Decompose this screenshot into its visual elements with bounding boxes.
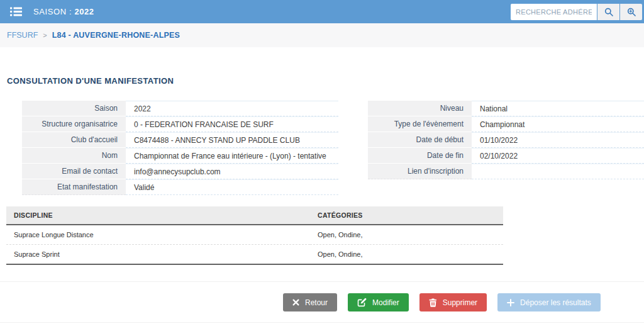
edit-pencil-icon xyxy=(357,298,367,307)
delete-button[interactable]: Supprimer xyxy=(419,293,487,311)
breadcrumb-root-link[interactable]: FFSURF xyxy=(7,31,38,40)
x-icon xyxy=(292,299,299,306)
field-label-nom: Nom xyxy=(22,148,126,164)
breadcrumb-separator: > xyxy=(43,31,47,39)
field-label-date-fin: Date de fin xyxy=(368,148,472,164)
edit-button-label: Modifier xyxy=(372,298,399,307)
discipline-categories: Open, Ondine, xyxy=(310,225,503,245)
field-label-saison: Saison xyxy=(22,101,126,116)
field-value-etat-manifestation: Validé xyxy=(126,179,338,195)
menu-button[interactable] xyxy=(8,4,25,19)
detail-row: Saison 2022 xyxy=(22,101,338,116)
field-label-email-contact: Email de contact xyxy=(22,164,126,179)
discipline-categories: Open, Ondine, xyxy=(310,245,503,265)
discipline-name: Suprace Longue Distance xyxy=(6,225,310,245)
detail-row: Type de l'évènement Championnat xyxy=(368,116,644,132)
action-bar: Retour Modifier Supprimer Déposer les ré… xyxy=(0,282,644,323)
field-label-type-evenement: Type de l'évènement xyxy=(368,116,472,132)
field-label-structure-organisatrice: Structure organisatrice xyxy=(22,116,126,132)
member-search-input[interactable] xyxy=(511,4,597,20)
top-bar: SAISON : 2022 xyxy=(0,0,644,23)
advanced-search-button[interactable] xyxy=(620,4,642,20)
detail-row: Etat manifestation Validé xyxy=(22,179,338,195)
season-label: SAISON : xyxy=(33,7,72,16)
field-value-nom: Championnat de France eau intérieure - (… xyxy=(126,148,338,164)
event-details-right-table: Niveau National Type de l'évènement Cham… xyxy=(368,101,644,179)
detail-row: Date de début 01/10/2022 xyxy=(368,132,644,148)
disciplines-table: DISCIPLINE CATÉGORIES Suprace Longue Dis… xyxy=(6,206,503,265)
detail-row: Email de contact info@annecysupclub.com xyxy=(22,164,338,179)
column-header-discipline: DISCIPLINE xyxy=(6,206,310,225)
detail-row: Lien d'inscription xyxy=(368,164,644,179)
detail-row: Structure organisatrice 0 - FEDERATION F… xyxy=(22,116,338,132)
table-row: Suprace Sprint Open, Ondine, xyxy=(6,245,503,265)
breadcrumb-current-link[interactable]: L84 - AUVERGNE-RHONE-ALPES xyxy=(52,31,180,40)
field-label-lien-inscription: Lien d'inscription xyxy=(368,164,472,179)
event-details: Saison 2022 Structure organisatrice 0 - … xyxy=(0,101,644,195)
field-value-email-contact: info@annecysupclub.com xyxy=(126,164,338,179)
season-indicator: SAISON : 2022 xyxy=(33,7,94,16)
deposit-results-button[interactable]: Déposer les résultats xyxy=(497,293,601,311)
field-value-saison: 2022 xyxy=(126,101,338,116)
edit-button[interactable]: Modifier xyxy=(348,293,409,311)
season-value: 2022 xyxy=(74,7,94,16)
field-label-etat-manifestation: Etat manifestation xyxy=(22,179,126,195)
search-button[interactable] xyxy=(597,4,619,20)
list-menu-icon xyxy=(10,7,22,16)
field-value-club-accueil: C8474488 - ANNECY STAND UP PADDLE CLUB xyxy=(126,132,338,148)
detail-row: Niveau National xyxy=(368,101,644,116)
column-header-categories: CATÉGORIES xyxy=(310,206,503,225)
search-icon xyxy=(604,8,613,16)
deposit-results-button-label: Déposer les résultats xyxy=(520,298,591,307)
field-value-niveau: National xyxy=(472,101,644,116)
breadcrumb: FFSURF > L84 - AUVERGNE-RHONE-ALPES xyxy=(0,23,644,47)
event-details-left-table: Saison 2022 Structure organisatrice 0 - … xyxy=(22,101,338,195)
delete-button-label: Supprimer xyxy=(443,298,477,307)
plus-icon xyxy=(507,299,514,306)
discipline-name: Suprace Sprint xyxy=(6,245,310,265)
field-value-type-evenement: Championnat xyxy=(472,116,644,132)
detail-row: Date de fin 02/10/2022 xyxy=(368,148,644,164)
field-label-club-accueil: Club d'accueil xyxy=(22,132,126,148)
disciplines-header-row: DISCIPLINE CATÉGORIES xyxy=(6,206,503,225)
member-search-group xyxy=(511,4,642,20)
back-button[interactable]: Retour xyxy=(283,293,337,311)
field-value-lien-inscription xyxy=(472,164,644,179)
field-label-date-debut: Date de début xyxy=(368,132,472,148)
trash-icon xyxy=(429,298,437,307)
page-title: CONSULTATION D'UNE MANIFESTATION xyxy=(7,76,644,86)
table-row: Suprace Longue Distance Open, Ondine, xyxy=(6,225,503,245)
field-value-structure-organisatrice: 0 - FEDERATION FRANCAISE DE SURF xyxy=(126,116,338,132)
search-plus-icon xyxy=(627,8,636,16)
detail-row: Club d'accueil C8474488 - ANNECY STAND U… xyxy=(22,132,338,148)
field-value-date-debut: 01/10/2022 xyxy=(472,132,644,148)
field-label-niveau: Niveau xyxy=(368,101,472,116)
back-button-label: Retour xyxy=(305,298,328,307)
field-value-date-fin: 02/10/2022 xyxy=(472,148,644,164)
detail-row: Nom Championnat de France eau intérieure… xyxy=(22,148,338,164)
